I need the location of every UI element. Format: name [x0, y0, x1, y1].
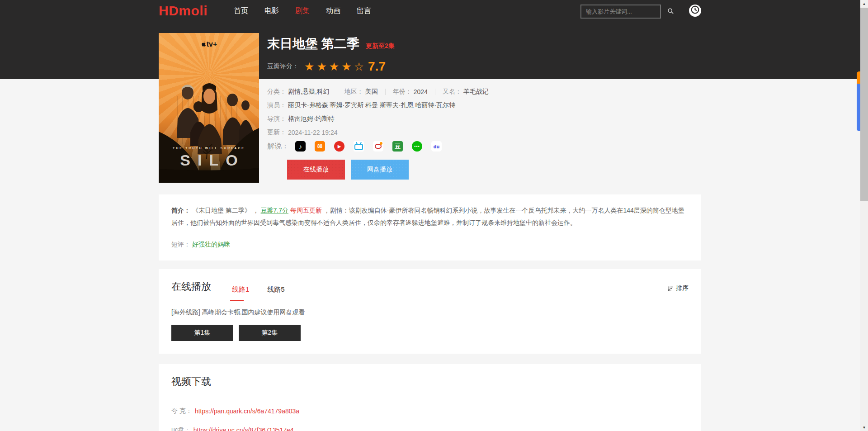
- actors-label: 演员：: [267, 101, 286, 109]
- meta-row-narration: 解说： ♪ 88 ▶ 豆 ••• du: [267, 141, 701, 152]
- haokan-video-icon[interactable]: ▶: [334, 141, 344, 152]
- synopsis-text: 简介： 《末日地堡 第二季》 ， 豆瓣7.7分 每周五更新 ，剧情：该剧改编自休…: [171, 204, 689, 229]
- rating-score: 7.7: [368, 59, 386, 74]
- online-play-button[interactable]: 在线播放: [287, 160, 345, 180]
- scrollbar-up-arrow[interactable]: ▲: [860, 0, 868, 7]
- poster-tagline: THE TRUTH WILL SURFACE: [159, 147, 259, 150]
- meta-row-basic: 分类： 剧情,悬疑,科幻 地区： 美国 年份： 2024 又名： 羊毛战记: [267, 88, 701, 96]
- action-buttons: 在线播放 网盘播放: [287, 160, 701, 180]
- director-value: 格雷厄姆·约斯特: [288, 115, 335, 123]
- poster-title: SILO: [159, 152, 259, 169]
- star-rating-icons: ★★★★☆: [304, 61, 366, 72]
- synopsis-label: 简介：: [171, 207, 190, 214]
- tab-line-1[interactable]: 线路1: [232, 285, 249, 301]
- short-review-value: 好强壮的妈咪: [192, 241, 230, 248]
- line-notice: [海外线路] 高峰期会卡顿,国内建议使用网盘观看: [171, 308, 689, 317]
- floating-widget-blue-segment: [857, 84, 860, 131]
- play-card-header: 在线播放 线路1 线路5 排序: [159, 280, 701, 301]
- nav-item-movies[interactable]: 电影: [264, 6, 279, 16]
- kuaishou-icon[interactable]: 88: [315, 141, 325, 152]
- meta-row-director: 导演： 格雷厄姆·约斯特: [267, 115, 701, 123]
- weibo-icon[interactable]: [373, 141, 383, 152]
- updated-value: 2024-11-22 19:24: [288, 129, 338, 136]
- uc-download-link[interactable]: https://drive.uc.cn/s/87f36713517e4: [193, 426, 294, 431]
- douban-icon[interactable]: 豆: [392, 141, 403, 152]
- category-value: 剧情,悬疑,科幻: [288, 88, 330, 96]
- weekly-update-note: 每周五更新: [290, 207, 322, 214]
- show-poster[interactable]: tv+ THE TRUTH WILL SURFACE SILO: [159, 33, 259, 183]
- alias-label: 又名：: [443, 88, 462, 96]
- year-label: 年份：: [393, 88, 412, 96]
- nav-item-message[interactable]: 留言: [357, 6, 371, 16]
- divider: [385, 89, 386, 95]
- play-section-heading: 在线播放: [171, 280, 211, 294]
- synopsis-part1: 《末日地堡 第二季》 ，: [192, 207, 259, 214]
- line-tabs: 线路1 线路5: [232, 285, 303, 294]
- region-label: 地区：: [344, 88, 363, 96]
- divider: [435, 89, 435, 95]
- year-value: 2024: [414, 88, 428, 95]
- nav-item-anime[interactable]: 动画: [326, 6, 340, 16]
- show-info: 末日地堡 第二季 更新至2集 豆瓣评分： ★★★★☆ 7.7 分类： 剧情,悬疑…: [267, 22, 701, 183]
- director-label: 导演：: [267, 115, 286, 123]
- history-clock-icon: [690, 5, 700, 16]
- sort-label: 排序: [676, 284, 689, 293]
- cloud-play-button[interactable]: 网盘播放: [351, 160, 409, 180]
- search-box: [580, 5, 661, 19]
- scrollbar-down-arrow[interactable]: ▼: [860, 424, 868, 431]
- uc-label: uc盘：: [171, 426, 191, 431]
- quark-download-link[interactable]: https://pan.quark.cn/s/6a74179a803a: [195, 407, 299, 415]
- divider: [337, 89, 337, 95]
- online-play-card: 在线播放 线路1 线路5 排序 [海外线路] 高峰期会卡顿,国内建议使用网盘观看…: [159, 269, 701, 354]
- update-status-badge: 更新至2集: [366, 42, 395, 49]
- page-title: 末日地堡 第二季: [267, 37, 359, 51]
- search-input[interactable]: [581, 8, 667, 15]
- nav-item-home[interactable]: 首页: [234, 6, 248, 16]
- download-row-quark: 夸 克： https://pan.quark.cn/s/6a74179a803a: [171, 407, 689, 415]
- weibo-sun-glyph: [380, 142, 382, 145]
- meta-row-updated: 更新： 2024-11-22 19:24: [267, 128, 701, 137]
- episode-2-button[interactable]: 第2集: [239, 325, 301, 341]
- alias-value: 羊毛战记: [463, 88, 489, 96]
- floating-side-widget[interactable]: [857, 71, 860, 131]
- site-logo[interactable]: HDmoli: [159, 3, 208, 19]
- douban-score-link[interactable]: 豆瓣7.7分: [261, 207, 288, 214]
- detail-hero: tv+ THE TRUTH WILL SURFACE SILO 末日地堡 第二季…: [159, 22, 701, 183]
- meta-row-actors: 演员： 丽贝卡·弗格森 蒂姆·罗宾斯 科曼 斯蒂夫·扎恩 哈丽特·瓦尔特: [267, 101, 701, 109]
- bilibili-icon[interactable]: [354, 141, 364, 152]
- region-value: 美国: [365, 88, 378, 96]
- short-review-row: 短评： 好强壮的妈咪: [171, 241, 689, 249]
- nav-item-series[interactable]: 剧集: [295, 6, 310, 16]
- search-button[interactable]: [667, 5, 674, 18]
- quark-label: 夸 克：: [171, 407, 192, 415]
- episode-1-button[interactable]: 第1集: [171, 325, 233, 341]
- search-icon: [667, 8, 674, 16]
- top-navigation-bar: HDmoli 首页 电影 剧集 动画 留言: [159, 0, 701, 22]
- intro-card: 简介： 《末日地堡 第二季》 ， 豆瓣7.7分 每周五更新 ，剧情：该剧改编自休…: [159, 194, 701, 260]
- history-button[interactable]: [689, 5, 701, 17]
- sort-icon: [667, 285, 674, 292]
- floating-widget-orange-segment: [857, 71, 860, 84]
- updated-label: 更新：: [267, 128, 286, 137]
- vertical-scrollbar[interactable]: ▲ ▼: [860, 0, 868, 431]
- sort-control[interactable]: 排序: [667, 284, 689, 293]
- narration-label: 解说：: [267, 142, 289, 151]
- douban-rating: 豆瓣评分： ★★★★☆ 7.7: [267, 57, 701, 76]
- episode-list: 第1集 第2集: [171, 325, 689, 341]
- download-card-header: 视频下载: [159, 375, 701, 396]
- bilibili-tv-glyph: [354, 144, 363, 150]
- rating-label: 豆瓣评分：: [267, 62, 299, 71]
- apple-tv-plus-logo: tv+: [159, 40, 259, 48]
- download-card: 视频下载 夸 克： https://pan.quark.cn/s/6a74179…: [159, 364, 701, 431]
- wechat-icon[interactable]: •••: [412, 141, 422, 152]
- scrollbar-thumb[interactable]: [860, 8, 868, 201]
- short-review-label: 短评：: [171, 241, 190, 248]
- tab-line-5[interactable]: 线路5: [267, 285, 284, 301]
- star-empty-icon: ☆: [354, 60, 366, 73]
- baidu-icon[interactable]: du: [431, 141, 442, 152]
- category-label: 分类：: [267, 88, 286, 96]
- actors-value: 丽贝卡·弗格森 蒂姆·罗宾斯 科曼 斯蒂夫·扎恩 哈丽特·瓦尔特: [288, 101, 455, 109]
- nav-links: 首页 电影 剧集 动画 留言: [226, 6, 379, 16]
- download-row-uc: uc盘： https://drive.uc.cn/s/87f36713517e4: [171, 426, 689, 431]
- douyin-icon[interactable]: ♪: [295, 141, 306, 152]
